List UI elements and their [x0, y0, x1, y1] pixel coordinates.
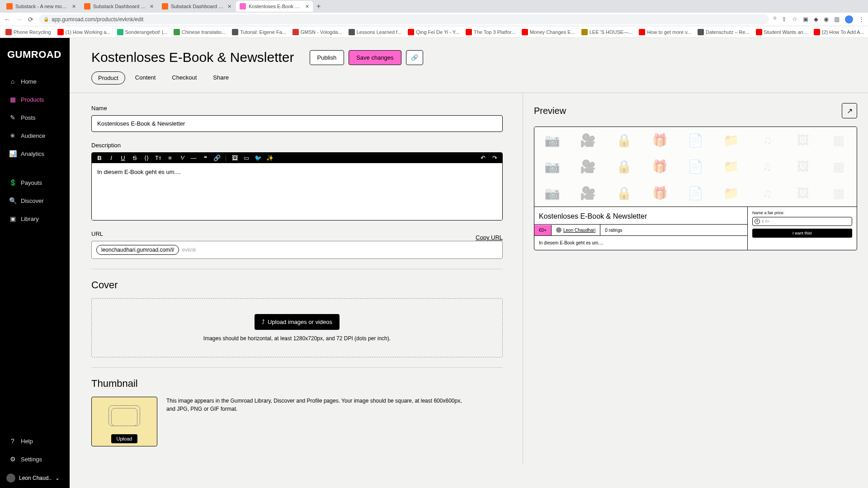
upload-button[interactable]: ⤴Upload images or videos	[255, 314, 340, 330]
thumbnail-upload-button[interactable]: Upload	[111, 434, 138, 443]
reload-icon[interactable]: ⟳	[27, 16, 34, 23]
sidebar-item-products[interactable]: ▦Products	[0, 90, 70, 108]
tab-checkout[interactable]: Checkout	[165, 71, 203, 84]
description-textarea[interactable]: In diesem E-Book geht es um....	[92, 163, 502, 220]
bookmark-item[interactable]: Sonderangebot! |...	[115, 29, 169, 35]
bookmark-item[interactable]: Datenschutz – Re...	[696, 29, 751, 35]
menu-icon[interactable]: ⋮	[859, 16, 864, 23]
close-icon[interactable]: ✕	[150, 4, 154, 9]
sidebar-item-settings[interactable]: ⚙Settings	[0, 450, 70, 468]
redo-icon[interactable]: ↷	[491, 155, 499, 161]
preview-product-title: Kostenloses E-Book & Newsletter	[534, 207, 747, 225]
link-button[interactable]: 🔗	[406, 50, 423, 65]
extension-icon[interactable]: ◉	[824, 16, 829, 23]
upload-label: Upload images or videos	[268, 319, 332, 325]
bookmark-item[interactable]: (1) How Working a...	[56, 29, 113, 35]
browser-tab[interactable]: Substack Dashboard - Leon's✕	[158, 1, 235, 12]
bookmark-item[interactable]: Phone Recycling	[4, 29, 53, 35]
strike-icon[interactable]: S	[131, 155, 139, 161]
url-prefix-chip[interactable]: leonchaudhari.gumroad.com/l/	[96, 245, 179, 255]
tab-content[interactable]: Content	[129, 71, 162, 84]
bookmark-item[interactable]: (2) How To Add A...	[812, 29, 866, 35]
browser-tab[interactable]: Substack Dashboard - Leon's✕	[80, 1, 157, 12]
sidebar-item-payouts[interactable]: 💲Payouts	[0, 174, 70, 192]
underline-icon[interactable]: U	[119, 155, 127, 161]
close-icon[interactable]: ✕	[305, 4, 309, 9]
divider	[91, 269, 503, 269]
sidebar-item-home[interactable]: ⌂Home	[0, 72, 70, 90]
url-input-row[interactable]: leonchaudhari.gumroad.com/l/ evknk	[91, 241, 503, 259]
share-icon[interactable]: ⇪	[782, 16, 787, 23]
forward-icon[interactable]: →	[15, 16, 23, 23]
heading-icon[interactable]: Tт	[154, 155, 162, 161]
copy-url-link[interactable]: Copy URL	[476, 234, 503, 241]
bookmark-favicon	[522, 29, 528, 35]
bookmark-item[interactable]: GMSN - Vologda...	[291, 29, 344, 35]
extension-icon[interactable]: ▥	[834, 16, 840, 23]
sidebar-item-help[interactable]: ?Help	[0, 432, 70, 450]
bookmark-item[interactable]: Chinese translatio...	[172, 29, 227, 35]
gumroad-logo[interactable]: GUMROAD	[0, 46, 70, 72]
sidebar-item-posts[interactable]: ✎Posts	[0, 108, 70, 127]
bookmark-label: The Top 3 Platfor...	[474, 29, 515, 35]
close-icon[interactable]: ✕	[72, 4, 76, 9]
thumbnail-placeholder[interactable]: Upload	[91, 397, 157, 446]
bullet-list-icon[interactable]: ≡	[166, 155, 174, 161]
extension-icon[interactable]: ◆	[814, 16, 818, 23]
bookmark-item[interactable]: Qing Fei De Yi - Y...	[406, 29, 461, 35]
bookmark-item[interactable]: Tutorial: Eigene Fa...	[230, 29, 288, 35]
bookmark-item[interactable]: The Top 3 Platfor...	[464, 29, 517, 35]
hr-icon[interactable]: —	[189, 155, 198, 161]
name-input[interactable]	[91, 115, 503, 132]
bookmark-item[interactable]: How to get more v...	[637, 29, 693, 35]
expand-preview-button[interactable]: ↗	[842, 103, 857, 118]
tab-product[interactable]: Product	[91, 71, 125, 84]
address-bar: ← → ⟳ 🔒app.gumroad.com/products/evknk/ed…	[0, 13, 868, 26]
bookmark-label: Qing Fei De Yi - Y...	[416, 29, 459, 35]
sidebar-item-label: Analytics	[21, 150, 44, 157]
tab-share[interactable]: Share	[207, 71, 235, 84]
extension-icon[interactable]: ▣	[803, 16, 808, 23]
bookmark-favicon	[174, 29, 180, 35]
profile-avatar[interactable]	[845, 15, 853, 23]
back-icon[interactable]: ←	[4, 16, 11, 23]
bookmark-item[interactable]: Lessons Learned f...	[347, 29, 404, 35]
publish-button[interactable]: Publish	[310, 50, 344, 65]
image-icon[interactable]: 🖼	[231, 155, 239, 161]
preview-price-input[interactable]: €€ 0+	[752, 217, 852, 226]
twitter-icon[interactable]: 🐦	[254, 155, 262, 161]
numbered-list-icon[interactable]: ⅟	[178, 155, 186, 161]
tab-favicon	[240, 3, 246, 9]
cover-dropzone[interactable]: ⤴Upload images or videos Images should b…	[91, 298, 503, 357]
browser-tab[interactable]: Substack - A new model for p...✕	[3, 1, 80, 12]
bookmark-item[interactable]: LEE 'S HOUSE—...	[580, 29, 635, 35]
bookmark-favicon	[117, 29, 123, 35]
sidebar-item-analytics[interactable]: 📊Analytics	[0, 145, 70, 163]
browser-tab-active[interactable]: Kostenloses E-Book & Newslet✕	[236, 1, 313, 12]
undo-icon[interactable]: ↶	[479, 155, 487, 161]
sidebar-item-audience[interactable]: ⛯Audience	[0, 127, 70, 145]
quote-icon[interactable]: ❝	[201, 155, 209, 161]
bold-icon[interactable]: B	[95, 155, 104, 161]
ai-icon[interactable]: ✨	[266, 155, 274, 161]
sidebar-user[interactable]: Leon Chaud..⌄	[0, 468, 70, 488]
translate-icon[interactable]: ᴳ	[774, 16, 776, 23]
divider	[91, 367, 503, 368]
close-icon[interactable]: ✕	[227, 4, 231, 9]
save-changes-button[interactable]: Save changes	[349, 50, 401, 65]
code-icon[interactable]: ⟨⟩	[142, 155, 151, 161]
preview-author[interactable]: Leon Chaudhari	[552, 225, 600, 235]
bookmark-item[interactable]: Money Changes E...	[520, 29, 577, 35]
help-icon: ?	[9, 437, 16, 445]
star-icon[interactable]: ☆	[792, 16, 797, 23]
url-input[interactable]: 🔒app.gumroad.com/products/evknk/edit	[39, 14, 769, 24]
new-tab-button[interactable]: +	[316, 2, 321, 10]
link-icon[interactable]: 🔗	[213, 155, 221, 161]
sidebar-item-discover[interactable]: 🔍Discover	[0, 192, 70, 210]
italic-icon[interactable]: I	[107, 155, 115, 161]
bookmark-item[interactable]: Student Wants an...	[754, 29, 809, 35]
preview-cta-button[interactable]: I want this!	[752, 229, 852, 238]
url-slug[interactable]: evknk	[182, 247, 196, 253]
sidebar-item-library[interactable]: ▣Library	[0, 210, 70, 228]
button-icon[interactable]: ▭	[242, 155, 250, 161]
